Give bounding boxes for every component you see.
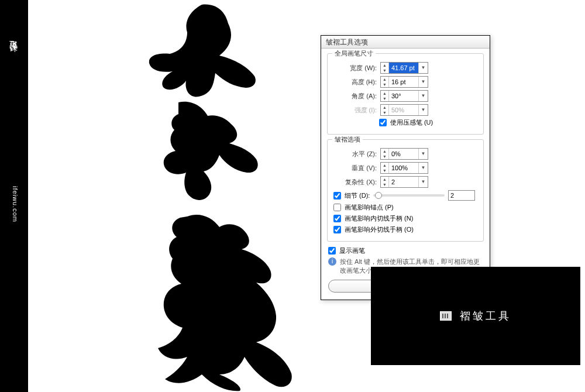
horizontal-input[interactable] <box>389 149 418 159</box>
wrinkle-tool-options-dialog: 皱褶工具选项 全局画笔尺寸 宽度 (W): ▲▼▼ 高度 (H): ▲▼▼ 角度… <box>321 35 490 300</box>
outer-tangent-label: 画笔影响外切线手柄 (O) <box>345 225 414 234</box>
wrinkle-options-group: 皱褶选项 水平 (Z): ▲▼▼ 垂直 (V): ▲▼▼ 复杂性 (X): ▲▼… <box>327 139 484 242</box>
chevron-down-icon[interactable]: ▼ <box>418 149 428 159</box>
chevron-down-icon[interactable]: ▼ <box>418 163 428 173</box>
chevron-down-icon[interactable]: ▼ <box>418 63 428 73</box>
angle-spinner[interactable]: ▲▼▼ <box>380 90 428 102</box>
detail-slider[interactable] <box>373 194 445 197</box>
brand-name: 飞屋设计 <box>8 34 19 39</box>
info-icon: i <box>328 257 336 266</box>
height-label: 高度 (H): <box>332 78 380 87</box>
vertical-label: 垂直 (V): <box>332 164 380 173</box>
complexity-label: 复杂性 (X): <box>332 178 380 187</box>
pressure-pen-label: 使用压感笔 (U) <box>390 118 433 127</box>
global-brush-size-group: 全局画笔尺寸 宽度 (W): ▲▼▼ 高度 (H): ▲▼▼ 角度 (A): ▲… <box>327 53 484 135</box>
brand-sidebar: 飞屋设计 ifeiwu.com <box>0 0 28 392</box>
chevron-down-icon[interactable]: ▼ <box>418 177 428 187</box>
chevron-down-icon: ▼ <box>418 105 428 115</box>
width-spinner[interactable]: ▲▼▼ <box>380 62 428 74</box>
height-spinner[interactable]: ▲▼▼ <box>380 76 428 88</box>
group-legend: 皱褶选项 <box>332 135 363 144</box>
outer-tangent-checkbox[interactable] <box>333 226 341 233</box>
horizontal-spinner[interactable]: ▲▼▼ <box>380 148 428 160</box>
detail-checkbox[interactable] <box>333 192 341 200</box>
chevron-down-icon[interactable]: ▼ <box>418 77 428 87</box>
intensity-input <box>389 105 418 115</box>
angle-input[interactable] <box>389 91 418 101</box>
complexity-spinner[interactable]: ▲▼▼ <box>380 176 428 188</box>
inner-tangent-label: 画笔影响内切线手柄 (N) <box>345 214 413 223</box>
intensity-label: 强度 (I): <box>332 106 380 115</box>
height-input[interactable] <box>389 77 418 87</box>
detail-value[interactable] <box>448 190 475 201</box>
tool-name: 褶皱工具 <box>460 309 511 323</box>
intensity-spinner: ▲▼▼ <box>380 104 428 116</box>
anchor-label: 画笔影响锚点 (P) <box>345 203 394 212</box>
brand-url: ifeiwu.com <box>12 186 19 222</box>
width-input[interactable] <box>389 63 418 73</box>
dialog-titlebar[interactable]: 皱褶工具选项 <box>321 36 490 49</box>
complexity-input[interactable] <box>389 177 418 187</box>
show-brush-checkbox[interactable] <box>328 247 336 255</box>
tool-tooltip: 褶皱工具 <box>371 267 580 365</box>
pressure-pen-checkbox[interactable] <box>379 119 387 126</box>
vertical-spinner[interactable]: ▲▼▼ <box>380 162 428 174</box>
wrinkle-tool-icon <box>440 311 452 321</box>
detail-label: 细节 (D): <box>345 191 370 200</box>
chevron-down-icon[interactable]: ▼ <box>418 91 428 101</box>
group-legend: 全局画笔尺寸 <box>332 49 376 58</box>
inner-tangent-checkbox[interactable] <box>333 215 341 222</box>
vertical-input[interactable] <box>389 163 418 173</box>
show-brush-label: 显示画笔 <box>339 246 365 255</box>
horizontal-label: 水平 (Z): <box>332 150 380 159</box>
calligraphy-artwork <box>82 0 292 392</box>
anchor-checkbox[interactable] <box>333 204 341 211</box>
angle-label: 角度 (A): <box>332 92 380 101</box>
width-label: 宽度 (W): <box>332 64 380 73</box>
dialog-title: 皱褶工具选项 <box>326 38 368 46</box>
